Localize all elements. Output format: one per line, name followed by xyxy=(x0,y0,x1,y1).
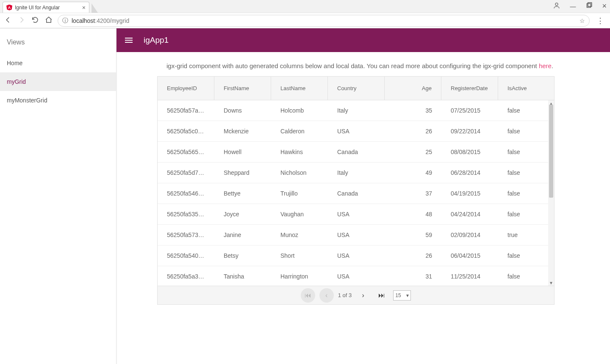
cell-age: 25 xyxy=(385,142,441,162)
cell-date: 08/08/2015 xyxy=(441,142,498,162)
url-host: localhost:4200/mygrid xyxy=(72,17,129,24)
hamburger-icon[interactable] xyxy=(125,38,133,43)
table-row[interactable]: 56250fa5c0fd...MckenzieCalderonUSA2609/2… xyxy=(158,121,554,142)
cell-country: USA xyxy=(328,266,385,286)
table-row[interactable]: 56250fa5d71...SheppardNicholsonItaly4906… xyxy=(158,163,554,183)
column-header-employeeid[interactable]: EmployeeID xyxy=(158,77,214,100)
column-header-isactive[interactable]: IsActive xyxy=(498,77,554,100)
column-header-country[interactable]: Country xyxy=(328,77,385,100)
cell-first: Bettye xyxy=(214,183,271,204)
close-tab-icon[interactable]: × xyxy=(82,5,86,11)
sidebar-item-home[interactable]: Home xyxy=(0,54,116,72)
sidebar: Views HomemyGridmyMonsterGrid xyxy=(0,28,116,364)
minimize-icon[interactable]: — xyxy=(570,3,576,10)
cell-last: Calderon xyxy=(271,121,328,141)
cell-last: Nicholson xyxy=(271,163,328,183)
next-page-button[interactable]: › xyxy=(356,288,370,303)
cell-date: 06/04/2015 xyxy=(441,245,498,266)
page-size-select[interactable]: 15▾ xyxy=(393,290,411,301)
column-header-firstname[interactable]: FirstName xyxy=(214,77,271,100)
page-indicator: 1 of 3 xyxy=(338,292,352,298)
cell-first: Betsy xyxy=(214,245,271,266)
cell-age: 26 xyxy=(385,121,441,141)
maximize-icon[interactable] xyxy=(585,2,593,11)
table-row[interactable]: 56250fa5732...JanineMunozUSA5902/09/2014… xyxy=(158,225,554,245)
svg-rect-1 xyxy=(587,4,591,8)
cell-age: 35 xyxy=(385,100,441,121)
cell-active: true xyxy=(498,225,554,245)
cell-date: 04/24/2014 xyxy=(441,204,498,224)
new-tab-button[interactable] xyxy=(92,3,98,13)
cell-active: false xyxy=(498,163,554,183)
table-row[interactable]: 56250fa565a...HowellHawkinsCanada2508/08… xyxy=(158,142,554,163)
cell-first: Joyce xyxy=(214,204,271,224)
scroll-down-icon[interactable]: ▼ xyxy=(548,280,554,286)
column-header-registererdate[interactable]: RegistererDate xyxy=(441,77,498,100)
reload-icon[interactable] xyxy=(31,16,39,25)
cell-active: false xyxy=(498,266,554,286)
cell-id: 56250fa546a... xyxy=(158,183,214,204)
cell-age: 26 xyxy=(385,245,441,266)
cell-age: 31 xyxy=(385,266,441,286)
tab-title: Ignite UI for Angular xyxy=(15,5,60,11)
column-header-age[interactable]: Age xyxy=(385,77,441,100)
table-row[interactable]: 56250fa5358...JoyceVaughanUSA4804/24/201… xyxy=(158,204,554,225)
table-row[interactable]: 56250fa57ab...DownsHolcombItaly3507/25/2… xyxy=(158,100,554,121)
browser-chrome: A Ignite UI for Angular × — × ⓘ localhos… xyxy=(0,0,610,28)
svg-point-0 xyxy=(555,3,558,6)
last-page-button[interactable]: ⏭ xyxy=(374,288,389,303)
sidebar-item-mygrid[interactable]: myGrid xyxy=(0,72,116,91)
cell-country: Italy xyxy=(328,163,385,183)
home-icon[interactable] xyxy=(45,16,53,25)
cell-country: USA xyxy=(328,204,385,224)
table-row[interactable]: 56250fa546a...BettyeTrujilloCanada3704/1… xyxy=(158,183,554,204)
grid-scrollbar[interactable]: ▲ ▼ xyxy=(548,100,554,286)
cell-last: Vaughan xyxy=(271,204,328,224)
window-controls: — × xyxy=(553,2,607,11)
cell-id: 56250fa5358... xyxy=(158,204,214,224)
scroll-thumb[interactable] xyxy=(549,105,553,198)
cell-country: Italy xyxy=(328,100,385,121)
grid-header-row: EmployeeID FirstName LastName Country Ag… xyxy=(158,77,554,100)
cell-first: Janine xyxy=(214,225,271,245)
close-window-icon[interactable]: × xyxy=(602,2,607,11)
cell-active: false xyxy=(498,100,554,121)
intro-text: igx-grid component with auto generated c… xyxy=(157,62,610,76)
sidebar-item-mymonstergrid[interactable]: myMonsterGrid xyxy=(0,91,116,110)
table-row[interactable]: 56250fa5a33...TanishaHarringtonUSA3111/2… xyxy=(158,266,554,286)
user-icon[interactable] xyxy=(553,2,560,11)
tab-strip: A Ignite UI for Angular × — × xyxy=(0,0,610,13)
cell-last: Holcomb xyxy=(271,100,328,121)
cell-active: false xyxy=(498,142,554,162)
cell-date: 07/25/2015 xyxy=(441,100,498,121)
grid-body: 56250fa57ab...DownsHolcombItaly3507/25/2… xyxy=(158,100,554,286)
cell-date: 02/09/2014 xyxy=(441,225,498,245)
address-bar: ⓘ localhost:4200/mygrid ☆ ⋮ xyxy=(0,13,610,28)
cell-country: Canada xyxy=(328,142,385,162)
cell-country: USA xyxy=(328,225,385,245)
cell-active: false xyxy=(498,183,554,204)
app-title: igApp1 xyxy=(144,36,169,45)
cell-first: Howell xyxy=(214,142,271,162)
intro-link[interactable]: here xyxy=(539,62,552,69)
site-info-icon[interactable]: ⓘ xyxy=(62,17,68,25)
topbar: igApp1 xyxy=(116,28,610,52)
sidebar-heading: Views xyxy=(0,36,116,54)
cell-id: 56250fa565a... xyxy=(158,142,214,162)
bookmark-star-icon[interactable]: ☆ xyxy=(580,17,585,24)
column-header-lastname[interactable]: LastName xyxy=(271,77,328,100)
cell-first: Tanisha xyxy=(214,266,271,286)
back-icon[interactable] xyxy=(4,16,12,25)
cell-active: false xyxy=(498,245,554,266)
cell-date: 04/19/2015 xyxy=(441,183,498,204)
browser-menu-icon[interactable]: ⋮ xyxy=(595,16,606,25)
table-row[interactable]: 56250fa540b...BetsyShortUSA2606/04/2015f… xyxy=(158,245,554,266)
browser-tab[interactable]: A Ignite UI for Angular × xyxy=(3,2,89,13)
cell-last: Hawkins xyxy=(271,142,328,162)
cell-last: Munoz xyxy=(271,225,328,245)
cell-active: false xyxy=(498,204,554,224)
cell-id: 56250fa540b... xyxy=(158,245,214,266)
cell-first: Sheppard xyxy=(214,163,271,183)
cell-id: 56250fa5c0fd... xyxy=(158,121,214,141)
url-input[interactable]: ⓘ localhost:4200/mygrid ☆ xyxy=(58,15,590,27)
